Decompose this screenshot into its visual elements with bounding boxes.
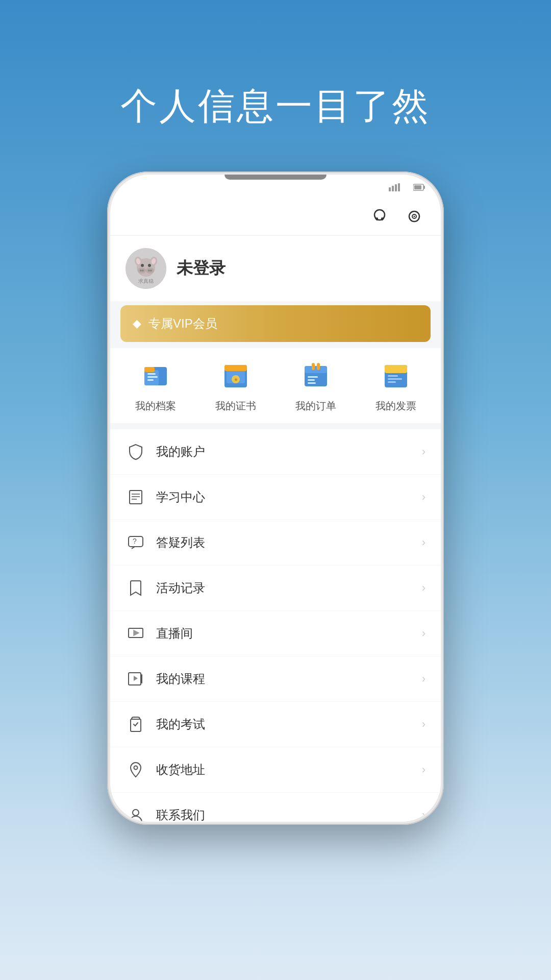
menu-item-study[interactable]: 学习中心 ›: [110, 475, 441, 520]
svg-rect-5: [423, 186, 425, 189]
phone-screen: 求真稳 未登录 ◆ 专属VIP会员: [110, 175, 441, 822]
quick-action-invoice[interactable]: 我的发票: [365, 358, 427, 413]
chevron-icon-course: ›: [422, 672, 425, 685]
headphone-button[interactable]: [368, 205, 391, 228]
svg-text:★: ★: [233, 377, 238, 382]
svg-rect-30: [144, 367, 155, 372]
avatar-image: 求真稳: [126, 248, 166, 289]
svg-point-12: [414, 216, 415, 217]
svg-rect-47: [385, 365, 407, 373]
svg-rect-3: [398, 183, 400, 191]
svg-rect-0: [389, 187, 391, 191]
account-label: 我的账户: [156, 444, 412, 460]
svg-rect-51: [130, 491, 142, 504]
menu-item-course[interactable]: 我的课程 ›: [110, 656, 441, 702]
svg-rect-2: [395, 184, 397, 191]
chevron-icon-address: ›: [422, 763, 425, 776]
svg-point-18: [142, 270, 144, 272]
chevron-icon-qa: ›: [422, 536, 425, 549]
address-label: 收货地址: [156, 762, 412, 778]
live-icon: [126, 623, 146, 644]
svg-rect-9: [381, 217, 383, 220]
vip-diamond-icon: ◆: [133, 317, 141, 330]
svg-rect-31: [147, 373, 156, 375]
certificate-icon: ★: [218, 358, 254, 394]
scan-button[interactable]: [403, 205, 425, 228]
quick-action-certificate[interactable]: ★ 我的证书: [205, 358, 266, 413]
shield-icon: [126, 442, 146, 462]
svg-rect-36: [224, 365, 247, 371]
svg-point-20: [150, 270, 152, 272]
svg-rect-6: [414, 185, 421, 189]
battery-icon: [413, 183, 425, 191]
svg-point-19: [148, 270, 150, 272]
invoice-label: 我的发票: [375, 399, 416, 413]
bookmark-icon: [126, 578, 146, 598]
menu-list: 我的账户 › 学习中心: [110, 429, 441, 822]
quick-action-files[interactable]: 我的档案: [125, 358, 186, 413]
menu-item-address[interactable]: 收货地址 ›: [110, 747, 441, 793]
svg-rect-48: [388, 375, 398, 377]
contact-icon: [126, 805, 146, 822]
svg-rect-49: [388, 378, 402, 380]
profile-name: 未登录: [177, 257, 226, 280]
phone-frame: 求真稳 未登录 ◆ 专属VIP会员: [107, 172, 444, 825]
exam-icon: [126, 714, 146, 734]
activity-label: 活动记录: [156, 580, 412, 596]
svg-point-64: [133, 810, 139, 816]
chevron-icon-activity: ›: [422, 581, 425, 595]
course-icon: [126, 669, 146, 689]
scan-icon: [405, 207, 423, 226]
svg-rect-40: [305, 366, 327, 373]
chevron-icon-study: ›: [422, 491, 425, 504]
svg-rect-8: [376, 217, 378, 220]
quick-action-order[interactable]: 我的订单: [285, 358, 346, 413]
svg-rect-42: [317, 363, 320, 370]
avatar: 求真稳: [126, 248, 166, 289]
qa-icon: ?: [126, 532, 146, 553]
certificate-label: 我的证书: [215, 399, 256, 413]
chevron-icon-live: ›: [422, 627, 425, 640]
menu-item-activity[interactable]: 活动记录 ›: [110, 566, 441, 611]
svg-rect-1: [392, 186, 394, 191]
phone-inner: 求真稳 未登录 ◆ 专属VIP会员: [110, 175, 441, 822]
files-icon: [138, 358, 173, 394]
menu-item-qa[interactable]: ? 答疑列表 ›: [110, 520, 441, 566]
svg-rect-33: [147, 379, 154, 381]
order-icon: [298, 358, 334, 394]
phone-notch: [224, 175, 327, 180]
svg-point-63: [134, 766, 138, 770]
study-label: 学习中心: [156, 489, 412, 505]
page-title: 个人信息一目了然: [120, 82, 431, 131]
screen-content: 求真稳 未登录 ◆ 专属VIP会员: [110, 236, 441, 822]
menu-item-exam[interactable]: 我的考试 ›: [110, 702, 441, 747]
menu-item-account[interactable]: 我的账户 ›: [110, 429, 441, 475]
chevron-icon-account: ›: [422, 445, 425, 458]
invoice-icon: [378, 358, 414, 394]
chevron-icon-exam: ›: [422, 718, 425, 731]
book-icon: [126, 487, 146, 507]
svg-rect-32: [147, 376, 158, 378]
signal-icon: [389, 183, 403, 191]
svg-text:求真稳: 求真稳: [138, 278, 154, 284]
profile-section[interactable]: 求真稳 未登录: [110, 236, 441, 301]
headphone-icon: [370, 207, 389, 226]
chevron-icon-contact: ›: [422, 808, 425, 822]
vip-label: 专属VIP会员: [148, 315, 217, 332]
svg-marker-58: [134, 630, 139, 635]
contact-label: 联系我们: [156, 807, 412, 822]
svg-rect-43: [308, 376, 318, 378]
app-header: [110, 200, 441, 236]
order-label: 我的订单: [295, 399, 336, 413]
svg-marker-60: [134, 676, 138, 681]
exam-label: 我的考试: [156, 716, 412, 732]
menu-item-contact[interactable]: 联系我们 ›: [110, 793, 441, 822]
vip-banner[interactable]: ◆ 专属VIP会员: [120, 305, 431, 342]
menu-item-live[interactable]: 直播间 ›: [110, 611, 441, 656]
qa-label: 答疑列表: [156, 534, 412, 551]
live-label: 直播间: [156, 625, 412, 642]
files-label: 我的档案: [135, 399, 176, 413]
svg-rect-44: [308, 379, 315, 381]
course-label: 我的课程: [156, 671, 412, 687]
svg-rect-50: [388, 381, 396, 383]
